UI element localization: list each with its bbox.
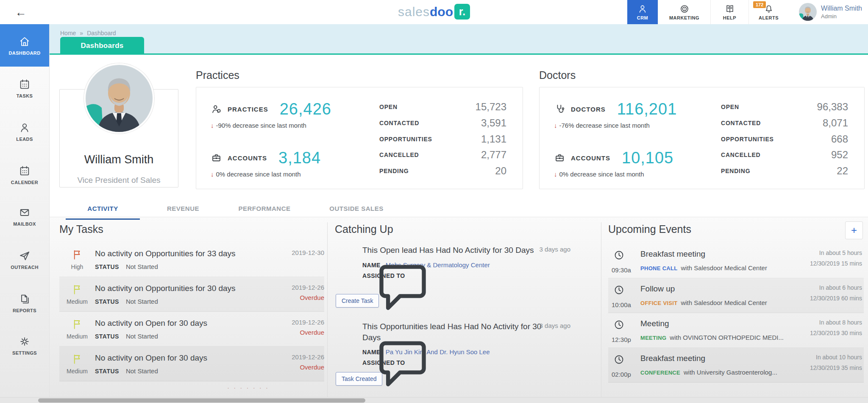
add-event-button[interactable]: + — [845, 221, 863, 239]
bottom-section: My Tasks High No activity on Opportuniti… — [50, 217, 868, 397]
event-company: with OVINGTON ORTHOPEDIC MEDI... — [670, 334, 784, 341]
task-date: 2019-12-30 — [274, 249, 324, 256]
sidebar-item-reports[interactable]: REPORTS — [0, 293, 49, 313]
sidebar-item-label: CALENDER — [11, 180, 38, 185]
topnav-item-help[interactable]: HELP — [710, 0, 748, 24]
task-priority: Medium — [59, 368, 95, 375]
event-type: OFFICE VISIT — [640, 300, 677, 306]
event-eta: In about 5 hours — [787, 249, 862, 256]
metric-value: 116,201 — [617, 100, 677, 118]
tab-revenue[interactable]: REVENUE — [153, 199, 213, 220]
crm-user-icon — [637, 4, 648, 14]
tab-dashboards[interactable]: Dashboards — [60, 37, 144, 55]
event-type: PHONE CALL — [640, 265, 678, 271]
sidebar-item-label: SETTINGS — [12, 350, 37, 355]
decrease-arrow-icon: ↓ — [211, 171, 214, 178]
tab-performance[interactable]: PERFORMANCE — [226, 199, 303, 220]
event-eta: In about 6 hours — [787, 284, 862, 291]
topnav-label: MARKETING — [669, 15, 699, 20]
task-row[interactable]: High No activity on Opportunities for 33… — [59, 242, 324, 277]
event-company: with University Gastroenterolog... — [684, 369, 777, 376]
my-tasks-section: My Tasks High No activity on Opportuniti… — [59, 223, 324, 391]
scrollbar-thumb[interactable] — [38, 398, 365, 403]
flag-icon — [72, 353, 83, 365]
catching-up-ago: 3 days ago — [540, 246, 570, 253]
task-overdue — [274, 259, 324, 267]
task-date: 2019-12-26 — [274, 284, 324, 291]
catching-up-item[interactable]: This Open lead Has Had No Activity for 3… — [335, 243, 591, 288]
sidebar-item-outreach[interactable]: OUTREACH — [0, 250, 49, 270]
event-time: 12:30p — [612, 336, 634, 343]
metric-value: 3,184 — [278, 149, 321, 167]
stat-row: CONTACTED8,071 — [721, 117, 848, 129]
sidebar-item-mailbox[interactable]: MAILBOX — [0, 207, 49, 227]
horizontal-scrollbar — [0, 397, 868, 403]
plus-icon: + — [851, 224, 857, 236]
practices-metric: PRACTICES 26,426 ↓-90% decrease since la… — [211, 100, 379, 129]
topnav-item-marketing[interactable]: MARKETING — [658, 0, 710, 24]
tasks-icon — [19, 78, 31, 90]
practices-icon — [211, 104, 222, 115]
back-button[interactable]: ← — [12, 4, 30, 21]
accounts-briefcase-icon — [554, 152, 565, 164]
user-menu[interactable]: William Smith Admin — [799, 3, 862, 21]
task-date: 2019-12-26 — [274, 319, 324, 326]
breadcrumb: Home » Dashboard — [60, 30, 116, 36]
topnav-label: HELP — [723, 15, 736, 20]
event-row[interactable]: 02:00p Breakfast meetingCONFERENCEwith U… — [608, 348, 864, 383]
subheader-band — [50, 24, 868, 54]
metric-change: ↓-76% decrease since last month — [554, 122, 721, 129]
salesdoor-logo: salesdoor. — [398, 4, 470, 20]
topbar: ← salesdoor. CRM MARKETING HELP 172 ALER… — [0, 0, 868, 24]
task-row[interactable]: Medium No activity on Open for 30 daysST… — [59, 347, 324, 381]
practices-card: PRACTICES 26,426 ↓-90% decrease since la… — [196, 87, 523, 189]
event-time: 10:00a — [612, 301, 634, 308]
event-eta: In about 8 hours — [787, 319, 862, 326]
stat-row: PENDING20 — [379, 165, 506, 177]
paper-plane-icon — [19, 250, 31, 262]
flag-icon — [72, 319, 83, 330]
sidebar-item-settings[interactable]: SETTINGS — [0, 336, 49, 355]
event-row[interactable]: 09:30a Breakfast meetingPHONE CALLwith S… — [608, 243, 864, 278]
event-title: Follow up — [640, 284, 787, 294]
calendar-icon — [19, 165, 31, 177]
task-row[interactable]: Medium No activity on Opportunities for … — [59, 277, 324, 312]
topnav-item-alerts[interactable]: 172 ALERTS — [748, 0, 788, 24]
doctors-metric: DOCTORS 116,201 ↓-76% decrease since las… — [554, 100, 721, 129]
metric-change: ↓0% decrease since last month — [554, 171, 721, 178]
user-role: Admin — [821, 13, 862, 20]
catching-up-item[interactable]: This Opportunities lead Has Had No Activ… — [335, 319, 591, 366]
gear-icon — [19, 336, 31, 347]
task-title: No activity on Open for 30 days — [95, 353, 274, 363]
sidebar-item-tasks[interactable]: TASKS — [0, 78, 49, 98]
task-priority: Medium — [59, 298, 95, 305]
doctors-stats: OPEN96,383 CONTACTED8,071 OPPORTUNITIES6… — [721, 100, 848, 178]
sidebar-item-leads[interactable]: LEADS — [0, 122, 49, 142]
task-priority: High — [59, 263, 95, 270]
event-when: 12/30/2019 60 mins — [787, 295, 862, 302]
tab-activity[interactable]: ACTIVITY — [66, 199, 140, 220]
stat-row: CONTACTED3,591 — [379, 117, 506, 129]
event-type: CONFERENCE — [640, 369, 680, 376]
metric-label: PRACTICES — [228, 106, 268, 113]
decrease-arrow-icon: ↓ — [554, 171, 557, 178]
event-row[interactable]: 10:00a Follow upOFFICE VISITwith Salesdo… — [608, 278, 864, 313]
stat-row: PENDING22 — [721, 165, 848, 177]
event-row[interactable]: 12:30p MeetingMEETINGwith OVINGTON ORTHO… — [608, 313, 864, 348]
alerts-count-badge: 172 — [753, 1, 766, 8]
marketing-icon — [679, 4, 690, 14]
task-overdue: Overdue — [274, 329, 324, 336]
clock-icon — [613, 284, 625, 296]
logo-text-doo: doo — [430, 5, 453, 19]
sidebar-item-dashboard[interactable]: DASHBOARD — [0, 24, 49, 67]
user-name: William Smith — [821, 5, 862, 12]
task-row[interactable]: Medium No activity on Open for 30 daysST… — [59, 312, 324, 347]
tab-outside-sales[interactable]: OUTSIDE SALES — [316, 199, 397, 220]
topnav-item-crm[interactable]: CRM — [627, 0, 658, 24]
status-label: STATUS — [95, 263, 119, 270]
breadcrumb-home-link[interactable]: Home — [60, 30, 76, 36]
top-navigation: CRM MARKETING HELP 172 ALERTS — [627, 0, 788, 24]
stat-row: OPPORTUNITIES1,131 — [379, 133, 506, 145]
sidebar-item-calender[interactable]: CALENDER — [0, 165, 49, 185]
doctors-card: DOCTORS 116,201 ↓-76% decrease since las… — [539, 87, 865, 189]
